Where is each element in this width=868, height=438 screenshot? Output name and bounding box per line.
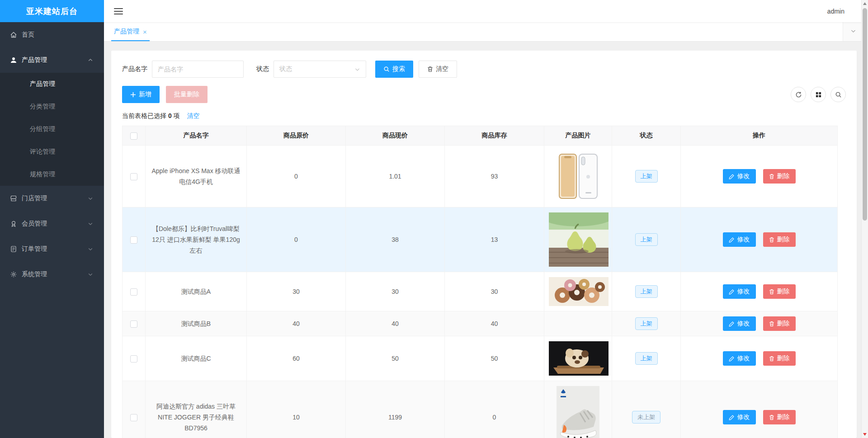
- table-header-row: 产品名字 商品原价 商品现价 商品库存 产品图片 状态 操作: [123, 126, 838, 146]
- edit-button[interactable]: 修改: [723, 169, 756, 184]
- pencil-icon: [729, 356, 735, 362]
- sidebar-item-product[interactable]: 产品管理: [0, 47, 104, 73]
- edit-button[interactable]: 修改: [723, 351, 756, 366]
- pencil-icon: [729, 237, 735, 243]
- scrollbar-down-arrow-icon[interactable]: [863, 433, 867, 436]
- pencil-icon: [729, 174, 735, 179]
- user-icon: [10, 57, 17, 64]
- trash-icon: [769, 289, 774, 295]
- row-checkbox[interactable]: [130, 236, 137, 244]
- sidebar-item-system[interactable]: 系统管理: [0, 262, 104, 287]
- tab-close-icon[interactable]: ×: [143, 28, 147, 35]
- batch-delete-button[interactable]: 批量删除: [166, 86, 208, 103]
- status-select[interactable]: 状态: [274, 61, 366, 78]
- current-price-cell: 1199: [346, 381, 445, 438]
- delete-button[interactable]: 删除: [763, 232, 796, 247]
- sidebar-subitem-product-1[interactable]: 分类管理: [0, 95, 104, 118]
- stock-cell: 13: [445, 207, 544, 272]
- table-row: 阿迪达斯官方 adidas 三叶草 NITE JOGGER 男子经典鞋BD795…: [123, 381, 838, 438]
- status-cell: 上架: [612, 311, 681, 336]
- product-name-cell: 阿迪达斯官方 adidas 三叶草 NITE JOGGER 男子经典鞋BD795…: [146, 381, 247, 438]
- sidebar-nav: 首页产品管理产品管理分类管理分组管理评论管理规格管理门店管理会员管理订单管理系统…: [0, 22, 104, 287]
- app-logo: 亚米建站后台: [0, 0, 104, 22]
- tab-list-dropdown[interactable]: [843, 22, 863, 41]
- trash-icon: [769, 414, 774, 420]
- add-button[interactable]: 新增: [122, 86, 160, 103]
- column-layout-button[interactable]: [811, 87, 826, 102]
- actions-cell: 修改删除: [681, 311, 838, 336]
- status-badge: 上架: [635, 352, 658, 365]
- trash-icon: [769, 174, 774, 179]
- sidebar-item-store[interactable]: 门店管理: [0, 186, 104, 211]
- sidebar-item-home[interactable]: 首页: [0, 22, 104, 47]
- scrollbar-up-arrow-icon[interactable]: [863, 2, 867, 5]
- status-badge: 上架: [635, 317, 658, 330]
- clear-selection-link[interactable]: 清空: [187, 112, 199, 119]
- status-cell: 上架: [612, 146, 681, 207]
- original-price-cell: 0: [247, 146, 346, 207]
- sidebar-subitem-product-3[interactable]: 评论管理: [0, 141, 104, 163]
- chevron-down-icon: [88, 246, 93, 252]
- current-price-cell: 40: [346, 311, 445, 336]
- edit-button[interactable]: 修改: [723, 410, 756, 424]
- row-checkbox[interactable]: [130, 288, 137, 296]
- hamburger-menu-icon[interactable]: [114, 8, 123, 14]
- sidebar-subitem-product-0[interactable]: 产品管理: [0, 73, 104, 95]
- column-header-status: 状态: [612, 126, 681, 146]
- trash-icon: [769, 356, 774, 362]
- refresh-button[interactable]: [791, 87, 806, 102]
- table-row: 【Dole都乐】比利时Truval啤梨12只 进口水果新鲜梨 单果120g左右0…: [123, 207, 838, 272]
- row-checkbox[interactable]: [130, 355, 137, 363]
- product-image-cell: [544, 336, 612, 381]
- pencil-icon: [729, 414, 735, 420]
- sidebar-item-label: 产品管理: [22, 56, 47, 64]
- tab-product-management[interactable]: 产品管理 ×: [111, 22, 150, 41]
- tab-label: 产品管理: [114, 28, 139, 36]
- sidebar-subitem-product-4[interactable]: 规格管理: [0, 163, 104, 186]
- status-cell: 上架: [612, 336, 681, 381]
- sidebar-item-member[interactable]: 会员管理: [0, 211, 104, 236]
- sidebar-subitem-product-2[interactable]: 分组管理: [0, 118, 104, 141]
- product-image-cell: [544, 146, 612, 207]
- row-checkbox[interactable]: [130, 173, 137, 180]
- delete-button[interactable]: 删除: [763, 316, 796, 331]
- column-header-stock: 商品库存: [445, 126, 544, 146]
- delete-button[interactable]: 删除: [763, 410, 796, 424]
- user-menu[interactable]: admin: [827, 8, 844, 15]
- pencil-icon: [729, 289, 735, 295]
- window-scrollbar[interactable]: [861, 0, 868, 438]
- clear-button[interactable]: 清空: [419, 61, 457, 78]
- product-name-input[interactable]: [152, 61, 244, 78]
- home-icon: [10, 31, 17, 38]
- edit-button[interactable]: 修改: [723, 284, 756, 299]
- status-badge: 上架: [635, 285, 658, 298]
- gear-icon: [10, 271, 17, 278]
- scrollbar-thumb[interactable]: [863, 8, 867, 221]
- plus-icon: [130, 92, 136, 98]
- row-checkbox[interactable]: [130, 414, 137, 421]
- table-search-button[interactable]: [830, 87, 846, 102]
- select-all-checkbox[interactable]: [130, 132, 137, 140]
- search-icon: [835, 91, 842, 98]
- sidebar-item-label: 订单管理: [22, 245, 47, 253]
- search-button[interactable]: 搜索: [375, 61, 413, 78]
- sidebar-submenu-product: 产品管理分类管理分组管理评论管理规格管理: [0, 73, 104, 186]
- delete-button[interactable]: 删除: [763, 284, 796, 299]
- product-image-cell: [544, 381, 612, 438]
- current-price-cell: 50: [346, 336, 445, 381]
- product-name-cell: Apple iPhone XS Max 移动联通电信4G手机: [146, 146, 247, 207]
- sidebar-item-order[interactable]: 订单管理: [0, 236, 104, 262]
- member-icon: [10, 220, 17, 227]
- row-checkbox[interactable]: [130, 320, 137, 328]
- product-image: [557, 386, 599, 438]
- delete-button[interactable]: 删除: [763, 169, 796, 184]
- trash-icon: [769, 321, 774, 327]
- product-name-cell: 测试商品B: [146, 311, 247, 336]
- grid-icon: [816, 92, 821, 98]
- edit-button[interactable]: 修改: [723, 232, 756, 247]
- edit-button[interactable]: 修改: [723, 316, 756, 331]
- column-header-original-price: 商品原价: [247, 126, 346, 146]
- app-window: 亚米建站后台 首页产品管理产品管理分类管理分组管理评论管理规格管理门店管理会员管…: [0, 0, 868, 438]
- delete-button[interactable]: 删除: [763, 351, 796, 366]
- actions-cell: 修改删除: [681, 336, 838, 381]
